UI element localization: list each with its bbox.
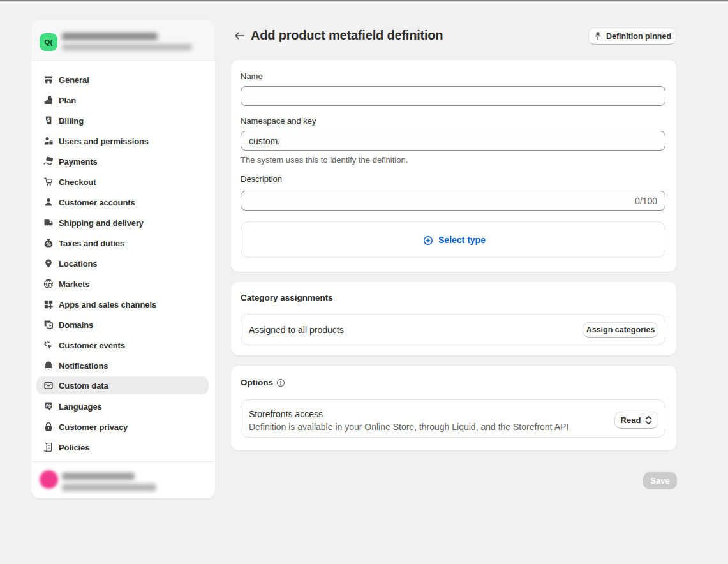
svg-text:$: $ bbox=[48, 283, 52, 288]
svg-text:$: $ bbox=[47, 117, 50, 123]
svg-text:%: % bbox=[46, 241, 50, 247]
svg-text:文: 文 bbox=[47, 404, 52, 408]
